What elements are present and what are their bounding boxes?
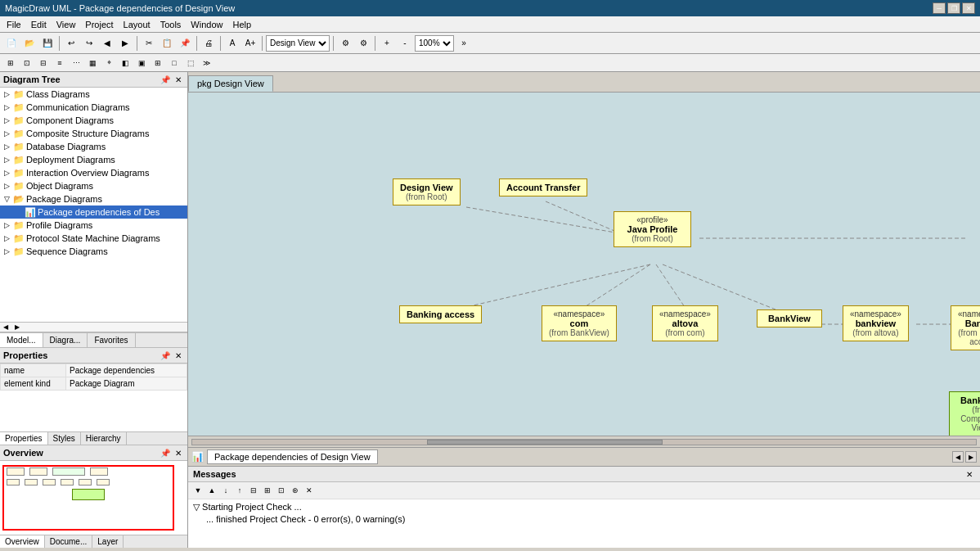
tree-item-deployment-diagrams[interactable]: ▷ 📁 Deployment Diagrams bbox=[0, 153, 187, 166]
t2-btn7[interactable]: ⌖ bbox=[101, 56, 116, 70]
expand-icon[interactable]: ▽ bbox=[2, 194, 11, 204]
tab-favorites[interactable]: Favorites bbox=[88, 333, 135, 347]
t2-btn9[interactable]: ▣ bbox=[134, 56, 149, 70]
scroll-right-btn[interactable]: ▶ bbox=[11, 323, 23, 332]
uml-node-bankview[interactable]: BankView bbox=[757, 309, 822, 327]
t2-btn4[interactable]: ≡ bbox=[52, 56, 67, 70]
tree-item-comm-diagrams[interactable]: ▷ 📁 Communication Diagrams bbox=[0, 101, 187, 114]
tab-overview[interactable]: Overview bbox=[0, 535, 45, 548]
menu-project[interactable]: Project bbox=[80, 18, 118, 31]
t2-btn2[interactable]: ⊡ bbox=[20, 56, 34, 70]
prop-tab-properties[interactable]: Properties bbox=[0, 432, 48, 445]
t2-btn1[interactable]: ⊞ bbox=[3, 56, 18, 70]
minimize-button[interactable]: ─ bbox=[933, 2, 946, 14]
uml-node-banking-access[interactable]: Banking access bbox=[399, 305, 482, 323]
msg-btn4[interactable]: ↑ bbox=[233, 484, 246, 497]
menu-help[interactable]: Help bbox=[227, 18, 256, 31]
tab-diagram[interactable]: Diagra... bbox=[43, 333, 88, 347]
view-select[interactable]: Design View bbox=[266, 35, 330, 52]
new-btn[interactable]: 📄 bbox=[3, 35, 20, 52]
hscroll-track[interactable] bbox=[191, 439, 977, 445]
overview-pin-btn[interactable]: 📌 bbox=[160, 447, 171, 458]
tree-item-object-diagrams[interactable]: ▷ 📁 Object Diagrams bbox=[0, 179, 187, 192]
expand-icon[interactable]: ▷ bbox=[2, 168, 11, 178]
expand-icon[interactable]: ▷ bbox=[2, 220, 11, 230]
t2-btn5[interactable]: ⋯ bbox=[69, 56, 83, 70]
hscroll-thumb[interactable] bbox=[427, 440, 662, 445]
bottom-diagram-tab[interactable]: Package dependencies of Design View bbox=[207, 449, 378, 464]
tab-docume[interactable]: Docume... bbox=[45, 535, 93, 548]
print-btn[interactable]: 🖨 bbox=[200, 35, 217, 52]
menu-tools[interactable]: Tools bbox=[155, 18, 187, 31]
tree-item-sequence-diagrams[interactable]: ▷ 📁 Sequence Diagrams bbox=[0, 245, 187, 258]
diagram-tab-design-view[interactable]: pkg Design View bbox=[188, 75, 273, 92]
expand-icon[interactable]: ▷ bbox=[2, 142, 11, 151]
copy-btn[interactable]: 📋 bbox=[159, 35, 175, 52]
tree-item-composite-diagrams[interactable]: ▷ 📁 Composite Structure Diagrams bbox=[0, 127, 187, 140]
paste-btn[interactable]: 📌 bbox=[177, 35, 193, 52]
expand-icon[interactable]: ▷ bbox=[2, 246, 11, 256]
t2-btn12[interactable]: ⬚ bbox=[183, 56, 198, 70]
uml-node-bankview-ns[interactable]: «namespace» bankview (from altova) bbox=[843, 305, 909, 341]
replace-btn[interactable]: A+ bbox=[242, 35, 258, 52]
tab-layer[interactable]: Layer bbox=[92, 535, 124, 548]
uml-node-com[interactable]: «namespace» com (from BankView) bbox=[542, 305, 617, 341]
uml-node-bankview-green[interactable]: BankView (from Component View) bbox=[949, 391, 980, 436]
diagram-tree-container[interactable]: ▷ 📁 Class Diagrams ▷ 📁 Communication Dia… bbox=[0, 88, 187, 323]
expand-icon[interactable]: ▷ bbox=[2, 129, 11, 138]
t2-btn8[interactable]: ◧ bbox=[118, 56, 133, 70]
uml-node-account-transfer[interactable]: Account Transfer bbox=[499, 178, 587, 196]
expand-icon[interactable]: ▷ bbox=[2, 89, 11, 99]
expand-icon[interactable]: ▷ bbox=[2, 181, 11, 191]
pin-btn[interactable]: 📌 bbox=[160, 74, 171, 85]
props-close-btn[interactable]: ✕ bbox=[173, 350, 184, 361]
tree-item-protocol-diagrams[interactable]: ▷ 📁 Protocol State Machine Diagrams bbox=[0, 232, 187, 245]
restore-button[interactable]: ❐ bbox=[947, 2, 960, 14]
undo-btn[interactable]: ↩ bbox=[63, 35, 79, 52]
t2-btn3[interactable]: ⊟ bbox=[36, 56, 51, 70]
uml-node-design-view[interactable]: Design View (from Root) bbox=[393, 178, 461, 205]
uml-node-bankapi[interactable]: «namespace» BankAPI (from Banking access… bbox=[951, 305, 980, 350]
tree-item-package-diagrams[interactable]: ▽ 📂 Package Diagrams bbox=[0, 192, 187, 205]
diagram-canvas[interactable]: Design View (from Root) Account Transfer… bbox=[188, 93, 980, 436]
scroll-left-btn[interactable]: ◀ bbox=[0, 323, 11, 332]
zoom-in-btn[interactable]: + bbox=[379, 35, 395, 52]
back-btn[interactable]: ◀ bbox=[99, 35, 115, 52]
tree-item-component-diagrams[interactable]: ▷ 📁 Component Diagrams bbox=[0, 114, 187, 127]
msg-btn9[interactable]: ✕ bbox=[303, 484, 316, 497]
msg-btn6[interactable]: ⊞ bbox=[261, 484, 274, 497]
menu-window[interactable]: Window bbox=[186, 18, 227, 31]
t2-btn6[interactable]: ▦ bbox=[85, 56, 100, 70]
overview-close-btn[interactable]: ✕ bbox=[173, 447, 184, 458]
msg-btn2[interactable]: ▲ bbox=[205, 484, 218, 497]
menu-file[interactable]: File bbox=[2, 18, 26, 31]
prop-tab-hierarchy[interactable]: Hierarchy bbox=[81, 432, 127, 445]
t2-btn10[interactable]: ⊞ bbox=[151, 56, 165, 70]
menu-edit[interactable]: Edit bbox=[26, 18, 52, 31]
tree-item-class-diagrams[interactable]: ▷ 📁 Class Diagrams bbox=[0, 88, 187, 101]
msg-btn3[interactable]: ↓ bbox=[219, 484, 232, 497]
tree-item-pkg-deps[interactable]: 📊 Package dependencies of Des bbox=[0, 205, 187, 219]
msg-btn5[interactable]: ⊟ bbox=[247, 484, 260, 497]
nav-left-arrow[interactable]: ◀ bbox=[952, 451, 964, 463]
msg-btn1[interactable]: ▼ bbox=[191, 484, 205, 497]
expand-icon[interactable]: ▷ bbox=[2, 233, 11, 243]
cut-btn[interactable]: ✂ bbox=[141, 35, 157, 52]
close-button[interactable]: ✕ bbox=[962, 2, 975, 14]
forward-btn[interactable]: ▶ bbox=[117, 35, 133, 52]
find-btn[interactable]: A bbox=[224, 35, 241, 52]
expand-icon[interactable]: ▷ bbox=[2, 102, 11, 112]
uml-node-java-profile[interactable]: «profile» Java Profile (from Root) bbox=[614, 211, 691, 247]
tree-item-profile-diagrams[interactable]: ▷ 📁 Profile Diagrams bbox=[0, 219, 187, 232]
msg-btn7[interactable]: ⊡ bbox=[275, 484, 288, 497]
expand-icon[interactable]: ▷ bbox=[2, 155, 11, 165]
tree-item-database-diagrams[interactable]: ▷ 📁 Database Diagrams bbox=[0, 140, 187, 153]
tool1-btn[interactable]: ⚙ bbox=[337, 35, 353, 52]
save-btn[interactable]: 💾 bbox=[39, 35, 56, 52]
nav-right-arrow[interactable]: ▶ bbox=[965, 451, 977, 463]
menu-layout[interactable]: Layout bbox=[119, 18, 155, 31]
canvas-hscroll[interactable] bbox=[188, 436, 980, 447]
tree-item-interaction-diagrams[interactable]: ▷ 📁 Interaction Overview Diagrams bbox=[0, 166, 187, 179]
t2-btn11[interactable]: □ bbox=[167, 56, 182, 70]
prop-tab-styles[interactable]: Styles bbox=[48, 432, 81, 445]
